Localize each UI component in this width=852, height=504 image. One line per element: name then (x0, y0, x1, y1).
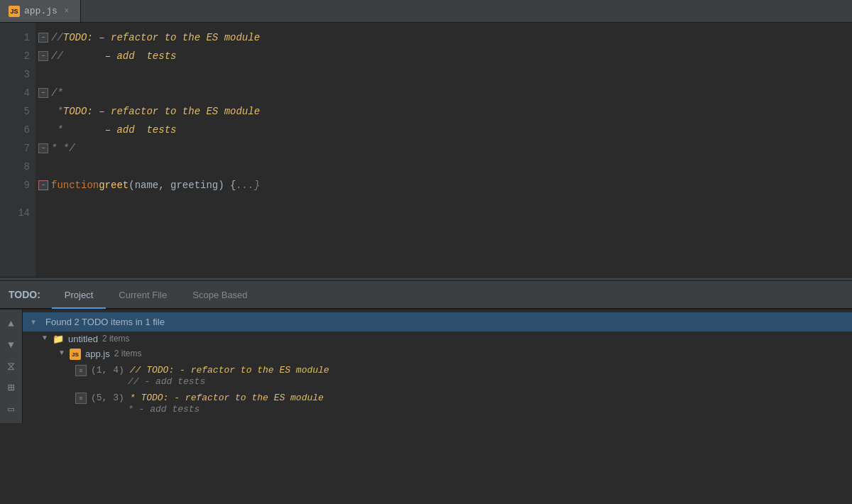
tab-filename: app.js (24, 6, 58, 16)
todo-tab-bar: TODO: Project Current File Scope Based (0, 281, 852, 309)
todo-item-2-content: (5, 3) * TODO: - refactor to the ES modu… (91, 393, 324, 415)
todo-item-2[interactable]: ≡ (5, 3) * TODO: - refactor to the ES mo… (23, 390, 852, 417)
js-file-icon: JS (9, 6, 20, 17)
fold-icon-1[interactable]: − (38, 33, 48, 43)
todo-coord-1: (1, 4) (91, 365, 124, 376)
todo-tree: ▼ Found 2 TODO items in 1 file ▼ 📁 untit… (23, 309, 852, 423)
folder-icon: 📁 (53, 334, 64, 344)
todo-item-1[interactable]: ≡ (1, 4) // TODO: - refactor to the ES m… (23, 362, 852, 390)
todo-header-text: Found 2 TODO items in 1 file (45, 317, 165, 327)
code-line-14 (38, 195, 852, 231)
fold-icon-9[interactable]: − (38, 180, 48, 190)
fold-icon-2[interactable]: − (38, 51, 48, 61)
todo-item-icon-1: ≡ (75, 365, 87, 376)
todo-label: TODO: (0, 281, 52, 308)
todo-tree-header[interactable]: ▼ Found 2 TODO items in 1 file (23, 312, 852, 332)
layout-button[interactable]: ⊞ (1, 378, 21, 398)
tab-bar: JS app.js × (0, 0, 852, 23)
fold-icon-4[interactable]: − (38, 88, 48, 98)
todo-line1-2: // - add tests (128, 376, 205, 387)
scroll-down-button[interactable]: ▼ (1, 335, 21, 355)
project-items-count: 2 items (102, 334, 130, 344)
todo-content: ▲ ▼ ⧖ ⊞ ▭ ▼ Found 2 TODO items in 1 file… (0, 309, 852, 423)
project-triangle: ▼ (41, 334, 50, 341)
todo-sidebar: ▲ ▼ ⧖ ⊞ ▭ (0, 309, 23, 423)
code-line-5: * TODO: – refactor to the ES module (38, 102, 852, 121)
file-tab[interactable]: JS app.js × (0, 0, 81, 22)
editor-area: 1 2 3 4 5 6 7 8 9 14 − // TODO: – refact… (0, 23, 852, 277)
todo-item-1-content: (1, 4) // TODO: - refactor to the ES mod… (91, 365, 329, 387)
code-line-8 (38, 158, 852, 176)
todo-line1-1: // TODO: - refactor to the ES module (130, 365, 329, 376)
code-editor[interactable]: − // TODO: – refactor to the ES module −… (36, 23, 852, 277)
code-line-2: − // – add tests (38, 47, 852, 65)
file-items-count: 2 items (114, 349, 142, 358)
panel-button[interactable]: ▭ (1, 399, 21, 419)
scroll-up-button[interactable]: ▲ (1, 314, 21, 334)
file-triangle: ▼ (58, 349, 67, 356)
code-line-7: − * */ (38, 139, 852, 158)
todo-coord-2: (5, 3) (91, 393, 124, 403)
todo-panel: TODO: Project Current File Scope Based ▲… (0, 281, 852, 423)
tab-current-file[interactable]: Current File (106, 282, 180, 309)
project-row[interactable]: ▼ 📁 untitled 2 items (23, 332, 852, 346)
code-line-9: − function greet(name, greeting) {...} (38, 176, 852, 195)
todo-line2-1: * TODO: - refactor to the ES module (130, 393, 324, 403)
tab-close-button[interactable]: × (62, 6, 72, 16)
code-line-1: − // TODO: – refactor to the ES module (38, 28, 852, 47)
js-icon: JS (70, 349, 81, 360)
project-name: untitled (68, 334, 98, 344)
file-row[interactable]: ▼ JS app.js 2 items (23, 346, 852, 362)
tab-scope-based[interactable]: Scope Based (180, 282, 260, 309)
fold-icon-7[interactable]: − (38, 143, 48, 153)
header-triangle: ▼ (30, 318, 38, 326)
code-line-4: − /* (38, 84, 852, 102)
filter-button[interactable]: ⧖ (1, 356, 21, 376)
file-name: app.js (85, 349, 110, 359)
tab-project[interactable]: Project (52, 282, 106, 309)
todo-line2-2: * - add tests (128, 404, 200, 415)
todo-item-icon-2: ≡ (75, 393, 87, 404)
line-numbers: 1 2 3 4 5 6 7 8 9 14 (0, 23, 36, 277)
code-line-6: * – add tests (38, 121, 852, 139)
code-line-3 (38, 65, 852, 84)
